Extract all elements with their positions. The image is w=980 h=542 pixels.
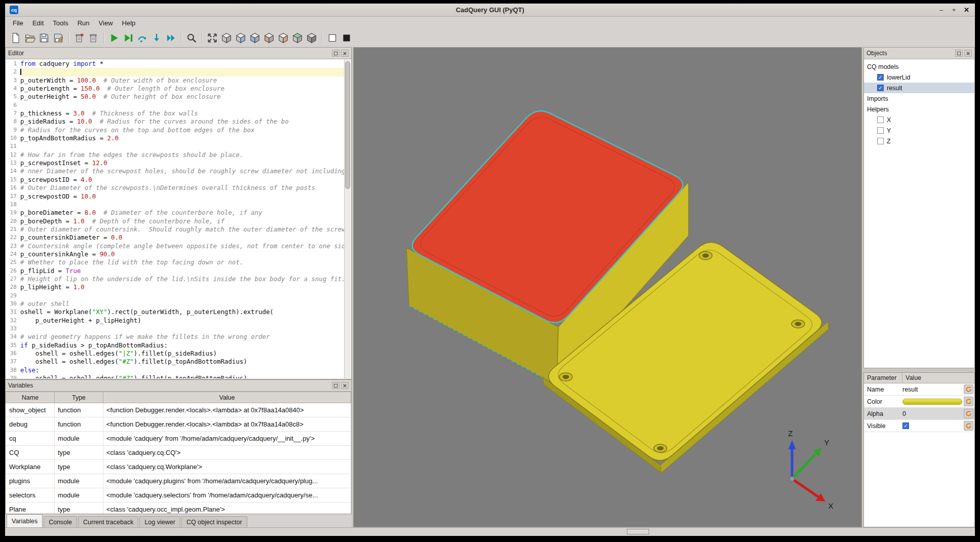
reset-button[interactable] bbox=[964, 409, 973, 418]
view-bottom-button[interactable] bbox=[305, 31, 319, 45]
step-button[interactable] bbox=[135, 31, 149, 45]
code-line[interactable]: 39 oshell = oshell.edges("#Z").fillet(p_… bbox=[6, 374, 344, 378]
code-line[interactable]: 37 oshell = oshell.edges("#Z").fillet(p_… bbox=[6, 358, 344, 366]
zoom-fit-button[interactable] bbox=[184, 31, 199, 45]
code-line[interactable]: 24p_countersinkAngle = 90.0 bbox=[6, 250, 344, 258]
code-line[interactable]: 5p_outerHeight = 50.0 # Outer height of … bbox=[6, 93, 344, 101]
vars-col-name[interactable]: Name bbox=[6, 392, 55, 403]
code-line[interactable]: 34# weird geometry happens if we make th… bbox=[6, 333, 344, 341]
tab-cq-object-inspector[interactable]: CQ object inspector bbox=[181, 516, 247, 527]
minimize-button[interactable]: – bbox=[937, 6, 945, 14]
tab-current-traceback[interactable]: Current traceback bbox=[78, 516, 138, 527]
code-line[interactable]: 16# Outer Diameter of the screwposts.\nD… bbox=[6, 184, 344, 192]
code-line[interactable]: 17p_screwpostOD = 10.0 bbox=[6, 192, 344, 201]
param-value[interactable]: ✓ bbox=[902, 422, 964, 429]
maximize-button[interactable]: + bbox=[950, 6, 958, 14]
code-line[interactable]: 27# Height of lip on the underside of th… bbox=[6, 275, 344, 283]
code-line[interactable]: 32 p_outerHeight + p_lipHeight) bbox=[6, 317, 344, 325]
code-line[interactable]: 22p_countersinkDiameter = 0.0 bbox=[6, 234, 344, 242]
tree-item-y[interactable]: Y bbox=[864, 125, 974, 136]
code-line[interactable]: 13p_screwpostInset = 12.0 bbox=[6, 159, 344, 167]
vars-col-value[interactable]: Value bbox=[103, 392, 351, 403]
code-line[interactable]: 21# Outer diameter of countersink. Shoul… bbox=[6, 225, 344, 234]
code-line[interactable]: 31oshell = Workplane("XY").rect(p_outerW… bbox=[6, 308, 344, 316]
code-editor[interactable]: 1from cadquery import *23p_outerWidth = … bbox=[6, 60, 344, 378]
reset-button[interactable] bbox=[964, 384, 973, 394]
shaded-mode-button[interactable] bbox=[340, 31, 354, 45]
code-line[interactable]: 29 bbox=[6, 292, 344, 300]
3d-scene[interactable]: Z Y X bbox=[354, 48, 861, 527]
tab-console[interactable]: Console bbox=[44, 516, 77, 527]
code-line[interactable]: 35if p_sideRadius > p_topAndBottomRadius… bbox=[6, 341, 344, 350]
menu-run[interactable]: Run bbox=[73, 18, 94, 28]
save-button[interactable] bbox=[37, 31, 51, 45]
code-line[interactable]: 8p_sideRadius = 10.0 # Radius for the cu… bbox=[6, 118, 344, 126]
menu-tools[interactable]: Tools bbox=[48, 18, 72, 28]
code-line[interactable]: 4p_outerLength = 150.0 # Outer length of… bbox=[6, 85, 344, 93]
close-button[interactable]: ✕ bbox=[963, 6, 970, 14]
run-button[interactable] bbox=[107, 31, 121, 45]
code-line[interactable]: 2 bbox=[6, 68, 344, 76]
result-checkbox[interactable]: ✓ bbox=[877, 85, 884, 91]
code-line[interactable]: 3p_outerWidth = 100.0 # Outer width of b… bbox=[6, 76, 344, 85]
param-value[interactable]: result bbox=[902, 386, 964, 393]
table-row[interactable]: show_objectfunction<function Debugger.re… bbox=[6, 403, 351, 417]
code-line[interactable]: 19p_boreDiameter = 8.0 # Diameter of the… bbox=[6, 209, 344, 217]
code-line[interactable]: 15p_screwpostID = 4.0 bbox=[6, 176, 344, 184]
table-row[interactable]: debugfunction<function Debugger.render.<… bbox=[6, 417, 351, 432]
visible-checkbox[interactable]: ✓ bbox=[902, 422, 909, 429]
table-row[interactable]: CQtype<class 'cadquery.cq.CQ'> bbox=[6, 446, 351, 460]
new-file-button[interactable] bbox=[9, 31, 23, 45]
editor-float-button[interactable] bbox=[332, 50, 340, 57]
lowerlid-checkbox[interactable]: ✓ bbox=[877, 74, 884, 81]
objects-float-button[interactable] bbox=[955, 50, 963, 57]
color-swatch[interactable] bbox=[902, 399, 962, 405]
code-line[interactable]: 30# outer shell bbox=[6, 300, 344, 308]
editor-close-button[interactable] bbox=[341, 50, 349, 57]
open-file-button[interactable] bbox=[23, 31, 37, 45]
menu-file[interactable]: File bbox=[8, 18, 28, 28]
code-line[interactable]: 25# Whether to place the lid with the to… bbox=[6, 258, 344, 266]
y-checkbox[interactable] bbox=[877, 127, 884, 134]
tree-item-lowerlid[interactable]: ✓lowerLid bbox=[864, 72, 974, 83]
view-front-button[interactable] bbox=[234, 31, 248, 45]
view-left-button[interactable] bbox=[262, 31, 276, 45]
step-into-button[interactable] bbox=[149, 31, 164, 45]
continue-button[interactable] bbox=[164, 31, 178, 45]
param-value[interactable] bbox=[902, 399, 964, 405]
table-row[interactable]: pluginsmodule<module 'cadquery.plugins' … bbox=[6, 474, 351, 488]
x-checkbox[interactable] bbox=[877, 117, 884, 123]
tab-variables[interactable]: Variables bbox=[7, 514, 43, 527]
view-top-button[interactable] bbox=[290, 31, 305, 45]
vars-col-type[interactable]: Type bbox=[55, 392, 103, 403]
tree-item-z[interactable]: Z bbox=[864, 136, 974, 146]
code-line[interactable]: 14# nner Diameter of the screwpost holes… bbox=[6, 167, 344, 175]
variables-close-button[interactable] bbox=[341, 382, 349, 389]
z-checkbox[interactable] bbox=[877, 138, 884, 144]
tree-item-x[interactable]: X bbox=[864, 114, 974, 125]
table-row[interactable]: cqmodule<module 'cadquery' from '/home/a… bbox=[6, 432, 351, 446]
delete-button[interactable] bbox=[86, 31, 100, 45]
tree-item-helpers[interactable]: Helpers bbox=[864, 104, 974, 114]
scrollbar-thumb[interactable] bbox=[345, 61, 350, 189]
code-line[interactable]: 9# Radius for the curves on the top and … bbox=[6, 126, 344, 134]
table-row[interactable]: Planetype<class 'cadquery.occ_impl.geom.… bbox=[6, 502, 351, 514]
3d-viewport[interactable]: Z Y X bbox=[353, 47, 862, 527]
editor-scrollbar[interactable] bbox=[344, 60, 351, 378]
code-line[interactable]: 33 bbox=[6, 325, 344, 333]
param-value[interactable]: 0 bbox=[902, 410, 964, 417]
code-line[interactable]: 38else: bbox=[6, 366, 344, 374]
code-line[interactable]: 26p_flipLid = True bbox=[6, 267, 344, 275]
menu-view[interactable]: View bbox=[94, 18, 118, 28]
view-back-button[interactable] bbox=[248, 31, 262, 45]
code-line[interactable]: 23# Countersink angle (complete angle be… bbox=[6, 242, 344, 250]
view-iso-button[interactable] bbox=[219, 31, 234, 45]
tab-log-viewer[interactable]: Log viewer bbox=[139, 516, 180, 527]
wireframe-mode-button[interactable] bbox=[325, 31, 340, 45]
save-as-button[interactable] bbox=[51, 31, 65, 45]
variables-float-button[interactable] bbox=[332, 382, 340, 389]
tree-item-imports[interactable]: Imports bbox=[864, 93, 974, 104]
tree-item-cq-models[interactable]: CQ models bbox=[864, 61, 974, 72]
code-line[interactable]: 36 oshell = oshell.edges("|Z").fillet(p_… bbox=[6, 350, 344, 358]
code-line[interactable]: 10p_topAndBottomRadius = 2.0 bbox=[6, 134, 344, 142]
